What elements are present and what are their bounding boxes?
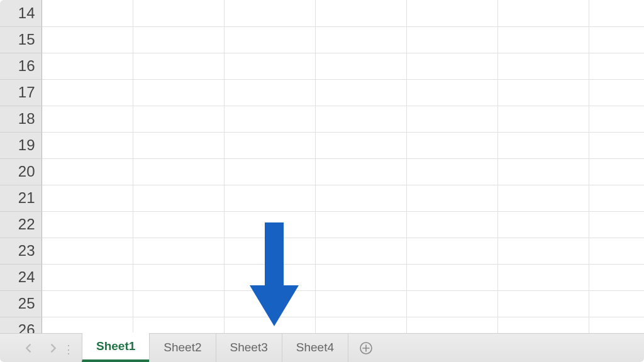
cell[interactable] bbox=[224, 53, 315, 79]
sheet-tab-sheet4[interactable]: Sheet4 bbox=[282, 333, 348, 362]
cell[interactable] bbox=[589, 0, 644, 26]
cell[interactable] bbox=[42, 79, 133, 106]
new-sheet-button[interactable] bbox=[348, 334, 384, 362]
cell[interactable] bbox=[497, 79, 589, 106]
cell[interactable] bbox=[589, 290, 644, 317]
cell[interactable] bbox=[589, 211, 644, 238]
cell[interactable] bbox=[406, 158, 497, 185]
cell[interactable] bbox=[589, 264, 644, 290]
cell[interactable] bbox=[224, 26, 315, 53]
cell[interactable] bbox=[406, 211, 497, 238]
sheet-tab-sheet3[interactable]: Sheet3 bbox=[216, 333, 282, 362]
sheet-tab-sheet1[interactable]: Sheet1 bbox=[82, 333, 149, 362]
row-header[interactable]: 20 bbox=[0, 158, 42, 185]
cell[interactable] bbox=[497, 317, 589, 333]
cell[interactable] bbox=[497, 26, 589, 53]
cell[interactable] bbox=[42, 238, 133, 264]
cell[interactable] bbox=[315, 132, 406, 158]
cell[interactable] bbox=[497, 0, 589, 26]
cell[interactable] bbox=[133, 53, 224, 79]
cell[interactable] bbox=[224, 158, 315, 185]
cell[interactable] bbox=[133, 264, 224, 290]
cell[interactable] bbox=[497, 238, 589, 264]
cell[interactable] bbox=[315, 0, 406, 26]
cell[interactable] bbox=[42, 290, 133, 317]
cell[interactable] bbox=[406, 290, 497, 317]
cell[interactable] bbox=[406, 53, 497, 79]
cell[interactable] bbox=[133, 238, 224, 264]
cell[interactable] bbox=[133, 185, 224, 211]
cell[interactable] bbox=[224, 79, 315, 106]
cell[interactable] bbox=[133, 79, 224, 106]
cell[interactable] bbox=[406, 132, 497, 158]
row-header[interactable]: 16 bbox=[0, 53, 42, 79]
cell[interactable] bbox=[42, 264, 133, 290]
cell[interactable] bbox=[406, 0, 497, 26]
cell[interactable] bbox=[589, 79, 644, 106]
row-header[interactable]: 21 bbox=[0, 185, 42, 211]
cell[interactable] bbox=[133, 106, 224, 132]
cell[interactable] bbox=[42, 158, 133, 185]
cell[interactable] bbox=[42, 53, 133, 79]
cell[interactable] bbox=[497, 290, 589, 317]
cell[interactable] bbox=[315, 317, 406, 333]
cell[interactable] bbox=[133, 290, 224, 317]
cell[interactable] bbox=[315, 238, 406, 264]
cell[interactable] bbox=[315, 26, 406, 53]
sheet-nav-prev-icon[interactable] bbox=[24, 344, 33, 353]
cell[interactable] bbox=[224, 317, 315, 333]
cell[interactable] bbox=[42, 26, 133, 53]
cell[interactable] bbox=[315, 79, 406, 106]
cell[interactable] bbox=[315, 158, 406, 185]
cell[interactable] bbox=[42, 317, 133, 333]
cell[interactable] bbox=[224, 0, 315, 26]
cell[interactable] bbox=[224, 238, 315, 264]
cell[interactable] bbox=[589, 317, 644, 333]
cell[interactable] bbox=[224, 106, 315, 132]
cell[interactable] bbox=[133, 317, 224, 333]
cell[interactable] bbox=[315, 106, 406, 132]
cell[interactable] bbox=[497, 158, 589, 185]
cell[interactable] bbox=[497, 106, 589, 132]
cell[interactable] bbox=[42, 132, 133, 158]
cell[interactable] bbox=[497, 132, 589, 158]
cell[interactable] bbox=[406, 185, 497, 211]
row-header[interactable]: 14 bbox=[0, 0, 42, 26]
row-header[interactable]: 19 bbox=[0, 132, 42, 158]
cell[interactable] bbox=[224, 185, 315, 211]
cell[interactable] bbox=[589, 185, 644, 211]
cell[interactable] bbox=[133, 211, 224, 238]
cell[interactable] bbox=[589, 238, 644, 264]
cell[interactable] bbox=[497, 264, 589, 290]
row-header[interactable]: 24 bbox=[0, 264, 42, 290]
row-header[interactable]: 22 bbox=[0, 211, 42, 238]
cell[interactable] bbox=[315, 185, 406, 211]
cell[interactable] bbox=[589, 158, 644, 185]
cell[interactable] bbox=[406, 79, 497, 106]
cell[interactable] bbox=[224, 132, 315, 158]
row-header[interactable]: 18 bbox=[0, 106, 42, 132]
spreadsheet-grid[interactable]: 14151617181920212223242526 bbox=[0, 0, 644, 333]
cell[interactable] bbox=[315, 264, 406, 290]
cell[interactable] bbox=[133, 0, 224, 26]
cell[interactable] bbox=[406, 264, 497, 290]
row-header[interactable]: 26 bbox=[0, 317, 42, 333]
cell[interactable] bbox=[497, 53, 589, 79]
cell[interactable] bbox=[42, 211, 133, 238]
row-header[interactable]: 17 bbox=[0, 79, 42, 106]
row-header[interactable]: 23 bbox=[0, 238, 42, 264]
cell[interactable] bbox=[42, 106, 133, 132]
cell[interactable] bbox=[497, 185, 589, 211]
cell[interactable] bbox=[315, 211, 406, 238]
sheet-nav-next-icon[interactable] bbox=[49, 344, 58, 353]
row-header[interactable]: 15 bbox=[0, 26, 42, 53]
cell[interactable] bbox=[315, 53, 406, 79]
cell[interactable] bbox=[406, 238, 497, 264]
cell[interactable] bbox=[406, 106, 497, 132]
cell[interactable] bbox=[224, 211, 315, 238]
cell[interactable] bbox=[224, 290, 315, 317]
cell[interactable] bbox=[589, 106, 644, 132]
cell[interactable] bbox=[133, 158, 224, 185]
cell[interactable] bbox=[406, 317, 497, 333]
cell[interactable] bbox=[589, 53, 644, 79]
